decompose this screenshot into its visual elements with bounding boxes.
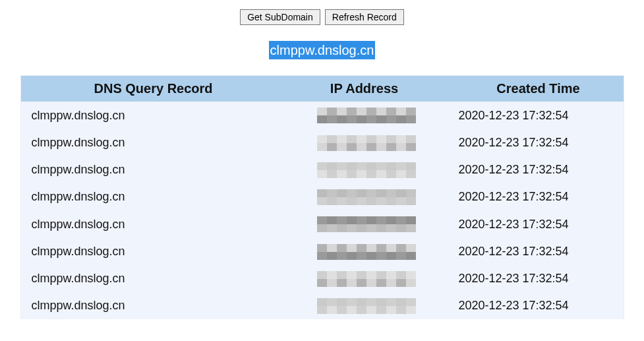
- cell-dns: clmppw.dnslog.cn: [20, 237, 286, 264]
- get-subdomain-button[interactable]: Get SubDomain: [240, 9, 320, 25]
- cell-time: 2020-12-23 17:32:54: [442, 156, 624, 183]
- table-row: clmppw.dnslog.cn2020-12-23 17:32:54: [20, 102, 624, 129]
- redacted-ip-icon: [317, 189, 416, 205]
- button-row: Get SubDomain Refresh Record: [0, 9, 644, 25]
- table-row: clmppw.dnslog.cn2020-12-23 17:32:54: [20, 237, 624, 264]
- subdomain-row: clmppw.dnslog.cn: [0, 41, 644, 59]
- cell-ip: [286, 102, 443, 129]
- redacted-ip-icon: [317, 135, 416, 151]
- col-header-ip: IP Address: [286, 76, 443, 102]
- cell-ip: [286, 265, 443, 292]
- table-row: clmppw.dnslog.cn2020-12-23 17:32:54: [20, 265, 624, 292]
- cell-ip: [286, 237, 443, 264]
- redacted-ip-icon: [317, 298, 416, 314]
- cell-time: 2020-12-23 17:32:54: [442, 237, 624, 264]
- cell-time: 2020-12-23 17:32:54: [442, 292, 624, 319]
- cell-dns: clmppw.dnslog.cn: [20, 265, 286, 292]
- col-header-time: Created Time: [442, 76, 624, 102]
- cell-dns: clmppw.dnslog.cn: [20, 129, 286, 156]
- table-row: clmppw.dnslog.cn2020-12-23 17:32:54: [20, 210, 624, 237]
- redacted-ip-icon: [317, 162, 416, 178]
- cell-ip: [286, 156, 443, 183]
- cell-ip: [286, 183, 443, 210]
- cell-dns: clmppw.dnslog.cn: [20, 210, 286, 237]
- records-table: DNS Query Record IP Address Created Time…: [20, 75, 624, 319]
- cell-time: 2020-12-23 17:32:54: [442, 129, 624, 156]
- table-row: clmppw.dnslog.cn2020-12-23 17:32:54: [20, 156, 624, 183]
- col-header-dns: DNS Query Record: [20, 76, 286, 102]
- refresh-record-button[interactable]: Refresh Record: [325, 9, 404, 25]
- table-row: clmppw.dnslog.cn2020-12-23 17:32:54: [20, 183, 624, 210]
- cell-dns: clmppw.dnslog.cn: [20, 292, 286, 319]
- cell-ip: [286, 129, 443, 156]
- cell-ip: [286, 210, 443, 237]
- cell-dns: clmppw.dnslog.cn: [20, 183, 286, 210]
- redacted-ip-icon: [317, 108, 416, 123]
- table-row: clmppw.dnslog.cn2020-12-23 17:32:54: [20, 292, 624, 319]
- redacted-ip-icon: [317, 216, 416, 232]
- cell-dns: clmppw.dnslog.cn: [20, 156, 286, 183]
- subdomain-text[interactable]: clmppw.dnslog.cn: [269, 41, 376, 59]
- page-root: Get SubDomain Refresh Record clmppw.dnsl…: [0, 0, 644, 319]
- cell-dns: clmppw.dnslog.cn: [20, 102, 286, 129]
- table-row: clmppw.dnslog.cn2020-12-23 17:32:54: [20, 129, 624, 156]
- redacted-ip-icon: [317, 271, 416, 287]
- cell-time: 2020-12-23 17:32:54: [442, 210, 624, 237]
- table-header-row: DNS Query Record IP Address Created Time: [20, 76, 624, 102]
- cell-time: 2020-12-23 17:32:54: [442, 265, 624, 292]
- cell-ip: [286, 292, 443, 319]
- cell-time: 2020-12-23 17:32:54: [442, 183, 624, 210]
- redacted-ip-icon: [317, 244, 416, 260]
- cell-time: 2020-12-23 17:32:54: [442, 102, 624, 129]
